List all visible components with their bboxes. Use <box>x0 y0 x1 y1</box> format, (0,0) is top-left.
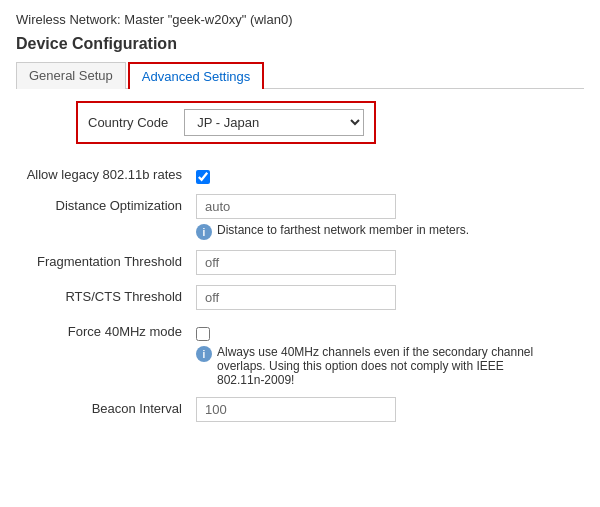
force40-row: Force 40MHz mode i Always use 40MHz chan… <box>16 315 584 392</box>
country-code-select[interactable]: JP - JapanUS - United StatesDE - Germany… <box>184 109 364 136</box>
distance-input[interactable] <box>196 194 396 219</box>
country-code-label: Country Code <box>88 115 168 130</box>
force40-hint: i Always use 40MHz channels even if the … <box>196 345 536 387</box>
legacy-checkbox[interactable] <box>196 170 210 184</box>
beacon-label: Beacon Interval <box>16 392 196 427</box>
distance-info-icon: i <box>196 224 212 240</box>
distance-control: i Distance to farthest network member in… <box>196 189 584 245</box>
rts-row: RTS/CTS Threshold <box>16 280 584 315</box>
beacon-control <box>196 392 584 427</box>
force40-info-icon: i <box>196 346 212 362</box>
beacon-row: Beacon Interval <box>16 392 584 427</box>
country-code-section: Country Code JP - JapanUS - United State… <box>76 101 376 144</box>
legacy-row: Allow legacy 802.11b rates <box>16 158 584 189</box>
rts-label: RTS/CTS Threshold <box>16 280 196 315</box>
beacon-input[interactable] <box>196 397 396 422</box>
section-title: Device Configuration <box>16 35 584 53</box>
force40-control: i Always use 40MHz channels even if the … <box>196 315 584 392</box>
settings-table: Allow legacy 802.11b rates Distance Opti… <box>16 158 584 427</box>
legacy-control <box>196 158 584 189</box>
frag-label: Fragmentation Threshold <box>16 245 196 280</box>
page-title: Wireless Network: Master "geek-w20xy" (w… <box>16 12 584 27</box>
tabs-bar: General Setup Advanced Settings <box>16 61 584 89</box>
frag-control <box>196 245 584 280</box>
distance-hint: i Distance to farthest network member in… <box>196 223 536 240</box>
frag-row: Fragmentation Threshold <box>16 245 584 280</box>
distance-label: Distance Optimization <box>16 189 196 245</box>
distance-row: Distance Optimization i Distance to fart… <box>16 189 584 245</box>
tab-general[interactable]: General Setup <box>16 62 126 89</box>
frag-input[interactable] <box>196 250 396 275</box>
force40-label: Force 40MHz mode <box>16 315 196 392</box>
rts-control <box>196 280 584 315</box>
rts-input[interactable] <box>196 285 396 310</box>
tab-advanced[interactable]: Advanced Settings <box>128 62 264 89</box>
legacy-label: Allow legacy 802.11b rates <box>16 158 196 189</box>
force40-checkbox[interactable] <box>196 327 210 341</box>
